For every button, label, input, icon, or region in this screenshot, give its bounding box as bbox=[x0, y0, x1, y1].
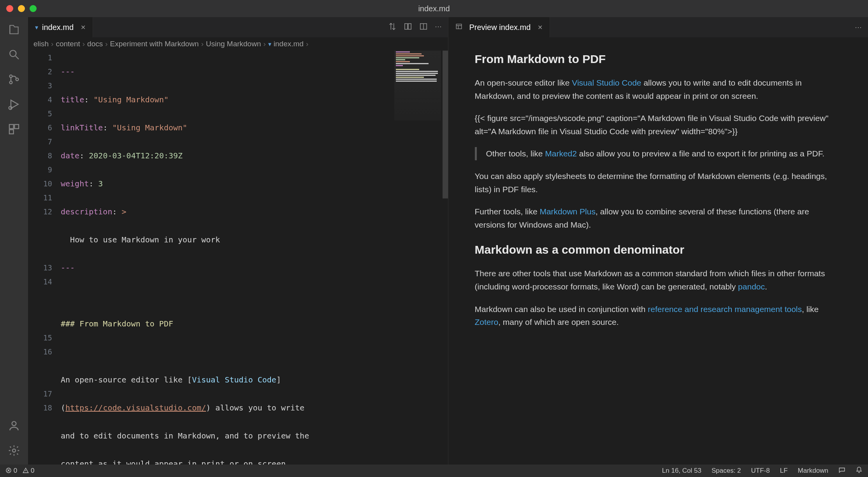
status-cursor[interactable]: Ln 16, Col 53 bbox=[662, 467, 701, 475]
svg-rect-13 bbox=[408, 23, 411, 29]
link-marked2[interactable]: Marked2 bbox=[545, 149, 577, 158]
close-tab-icon[interactable]: ✕ bbox=[538, 24, 543, 31]
window-minimize-button[interactable] bbox=[18, 5, 25, 12]
search-icon[interactable] bbox=[6, 47, 22, 62]
breadcrumb-item[interactable]: elish bbox=[33, 40, 49, 48]
breadcrumb-item[interactable]: docs bbox=[87, 40, 103, 48]
debug-icon[interactable] bbox=[6, 96, 22, 112]
breadcrumb-item[interactable]: Using Markdown bbox=[206, 40, 261, 48]
window-title: index.md bbox=[418, 4, 450, 13]
split-editor-icon[interactable] bbox=[419, 22, 428, 33]
svg-point-3 bbox=[10, 81, 12, 84]
breadcrumb-item[interactable]: Experiment with Markdown bbox=[110, 40, 199, 48]
notifications-icon[interactable] bbox=[856, 466, 863, 475]
accounts-icon[interactable] bbox=[6, 418, 22, 433]
link-zotero[interactable]: Zotero bbox=[475, 317, 499, 326]
preview-paragraph: {{< figure src="/images/vscode.png" capt… bbox=[475, 112, 842, 138]
compare-icon[interactable] bbox=[388, 22, 397, 33]
breadcrumb-item[interactable]: index.md bbox=[274, 40, 304, 48]
settings-gear-icon[interactable] bbox=[6, 443, 22, 458]
status-problems[interactable]: 0 0 bbox=[5, 467, 35, 475]
preview-heading: Markdown as a common denominator bbox=[475, 240, 842, 259]
minimap[interactable] bbox=[394, 51, 441, 121]
link-markdown-plus[interactable]: Markdown Plus bbox=[539, 207, 596, 216]
markdown-preview[interactable]: From Markdown to PDF An open-source edit… bbox=[448, 37, 868, 465]
preview-tab-bar: Preview index.md ✕ ⋯ bbox=[448, 17, 868, 37]
preview-paragraph: You can also apply stylesheets to determ… bbox=[475, 170, 842, 196]
preview-pane: Preview index.md ✕ ⋯ From Markdown to PD… bbox=[448, 17, 868, 465]
svg-point-10 bbox=[12, 421, 16, 426]
tab-label: index.md bbox=[42, 23, 74, 32]
svg-point-11 bbox=[12, 449, 16, 452]
scrollbar[interactable] bbox=[443, 51, 448, 198]
breadcrumbs[interactable]: elish› content› docs› Experiment with Ma… bbox=[28, 37, 448, 51]
status-encoding[interactable]: UTF-8 bbox=[751, 467, 770, 475]
status-language[interactable]: Markdown bbox=[798, 467, 828, 475]
preview-icon bbox=[455, 23, 462, 32]
tab-preview[interactable]: Preview index.md ✕ bbox=[448, 17, 550, 37]
svg-rect-9 bbox=[9, 130, 14, 134]
tab-index-md[interactable]: ▾ index.md ✕ bbox=[28, 17, 93, 37]
code-content[interactable]: --- title: "Using Markdown" linkTitle: "… bbox=[61, 51, 448, 465]
editor-tab-bar: ▾ index.md ✕ ⋯ bbox=[28, 17, 448, 37]
tab-label: Preview index.md bbox=[469, 23, 531, 32]
svg-line-1 bbox=[16, 56, 19, 59]
svg-rect-16 bbox=[456, 24, 462, 29]
markdown-file-icon: ▾ bbox=[35, 24, 38, 31]
markdown-file-icon: ▾ bbox=[268, 40, 271, 48]
window-close-button[interactable] bbox=[6, 5, 13, 12]
svg-point-0 bbox=[10, 50, 16, 56]
svg-rect-12 bbox=[404, 23, 407, 29]
link-reference-tools[interactable]: reference and research management tools bbox=[648, 305, 802, 314]
link-pandoc[interactable]: pandoc bbox=[738, 282, 765, 291]
line-numbers: 123456789101112 1314 1516 1718 bbox=[28, 51, 61, 465]
more-actions-icon[interactable]: ⋯ bbox=[855, 23, 862, 32]
close-tab-icon[interactable]: ✕ bbox=[81, 24, 86, 31]
svg-rect-8 bbox=[14, 125, 19, 129]
open-preview-icon[interactable] bbox=[404, 22, 412, 33]
window-zoom-button[interactable] bbox=[30, 5, 37, 12]
status-bar: 0 0 Ln 16, Col 53 Spaces: 2 UTF-8 LF Mar… bbox=[0, 465, 868, 477]
breadcrumb-item[interactable]: content bbox=[56, 40, 80, 48]
source-control-icon[interactable] bbox=[6, 72, 22, 87]
status-indent[interactable]: Spaces: 2 bbox=[712, 467, 741, 475]
status-eol[interactable]: LF bbox=[780, 467, 788, 475]
preview-heading: From Markdown to PDF bbox=[475, 50, 842, 68]
preview-paragraph: An open-source editor like Visual Studio… bbox=[475, 76, 842, 102]
extensions-icon[interactable] bbox=[6, 121, 22, 137]
svg-rect-7 bbox=[9, 125, 14, 129]
preview-paragraph: Markdown can also be used in conjunction… bbox=[475, 303, 842, 329]
link-vscode[interactable]: Visual Studio Code bbox=[572, 78, 641, 87]
more-actions-icon[interactable]: ⋯ bbox=[435, 22, 442, 33]
explorer-icon[interactable] bbox=[6, 22, 22, 37]
feedback-icon[interactable] bbox=[838, 466, 845, 475]
svg-point-6 bbox=[9, 106, 12, 109]
titlebar: index.md bbox=[0, 0, 868, 17]
code-editor[interactable]: 123456789101112 1314 1516 1718 --- title… bbox=[28, 51, 448, 465]
preview-blockquote: Other tools, like Marked2 also allow you… bbox=[475, 147, 842, 160]
activity-bar bbox=[0, 17, 28, 465]
preview-paragraph: There are other tools that use Markdown … bbox=[475, 267, 842, 293]
preview-paragraph: Further tools, like Markdown Plus, allow… bbox=[475, 205, 842, 231]
svg-point-4 bbox=[16, 78, 19, 81]
editor-pane: ▾ index.md ✕ ⋯ e bbox=[28, 17, 448, 465]
svg-point-2 bbox=[10, 75, 12, 78]
